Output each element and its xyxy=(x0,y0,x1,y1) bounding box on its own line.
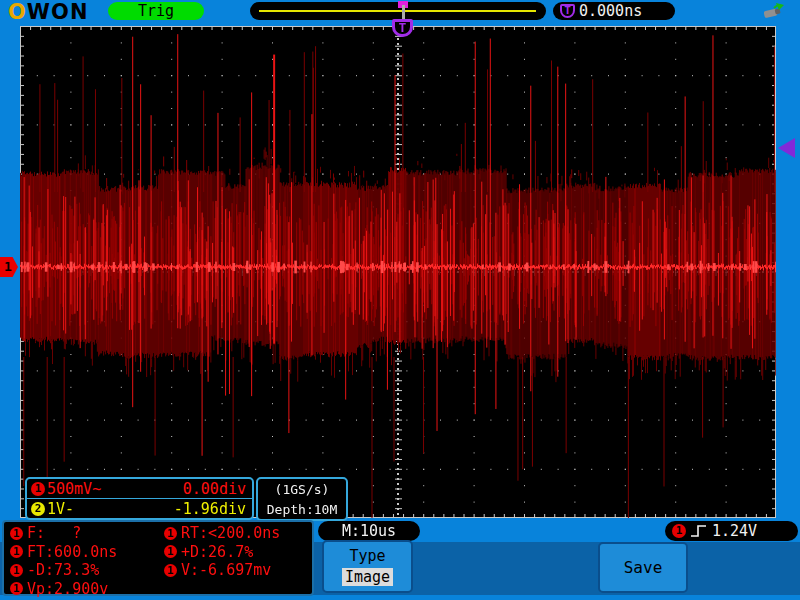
meas-ch-badge: 1 xyxy=(10,564,23,577)
meas-value: F: ? xyxy=(27,524,81,542)
measurement-pos-duty: 1+D:26.7% xyxy=(164,543,280,562)
meas-value: +D:26.7% xyxy=(181,543,253,561)
trigger-time-value: 0.000ns xyxy=(579,2,642,20)
trigger-channel-badge: 1 xyxy=(672,524,686,538)
acquisition-info-box: (1GS/s) Depth:10M xyxy=(256,477,348,521)
measurements-panel: 1F: ? 1FT:600.0ns 1-D:73.3% 1Vp:2.900v 1… xyxy=(2,520,314,596)
trigger-status-badge: Trig xyxy=(108,2,204,20)
meas-ch-badge: 1 xyxy=(10,527,23,540)
waveform-canvas xyxy=(20,26,776,518)
measurement-fall-time: 1FT:600.0ns xyxy=(10,543,117,562)
memory-window-line xyxy=(259,10,536,12)
type-menu-button[interactable]: Type Image xyxy=(322,540,413,593)
meas-ch-badge: 1 xyxy=(164,545,177,558)
channel2-scale: 1V- xyxy=(47,500,74,518)
usb-storage-icon xyxy=(762,2,788,19)
sample-rate: (1GS/s) xyxy=(275,482,330,497)
meas-value: Vp:2.900v xyxy=(27,580,108,598)
channel1-scale: 500mV~ xyxy=(47,480,101,498)
trigger-t-icon: T xyxy=(560,4,575,18)
channel1-status-box: 1500mV~ 0.00div xyxy=(25,477,254,499)
meas-ch-badge: 1 xyxy=(10,545,23,558)
measurement-rise-time: 1RT:<200.0ns xyxy=(164,524,280,543)
channel2-status-box: 21V- -1.96div xyxy=(25,498,254,520)
channel2-badge: 2 xyxy=(31,502,45,516)
meas-ch-badge: 1 xyxy=(164,527,177,540)
meas-ch-badge: 1 xyxy=(10,582,23,595)
type-value: Image xyxy=(342,568,393,586)
channel2-position: -1.96div xyxy=(174,500,246,518)
type-label: Type xyxy=(349,547,385,565)
meas-ch-badge: 1 xyxy=(164,564,177,577)
record-depth: Depth:10M xyxy=(267,502,337,517)
meas-value: -D:73.3% xyxy=(27,561,99,579)
measurement-frequency: 1F: ? xyxy=(10,524,117,543)
brand-logo: OWON xyxy=(8,0,88,24)
trigger-level-arrow-icon xyxy=(778,138,795,158)
channel1-badge: 1 xyxy=(31,482,45,496)
measurement-vpp: 1Vp:2.900v xyxy=(10,580,117,599)
measurement-mean-voltage: 1V:-6.697mv xyxy=(164,561,280,580)
meas-value: V:-6.697mv xyxy=(181,561,271,579)
channel1-position: 0.00div xyxy=(183,480,246,498)
rising-edge-icon xyxy=(690,524,708,538)
logo-o: O xyxy=(8,0,27,24)
oscilloscope-screen: OWON Trig T 0.000ns T 1 1500mV~ 0.00div … xyxy=(0,0,800,600)
waveform-display-area xyxy=(20,26,776,518)
memory-position-bar xyxy=(250,2,546,20)
trigger-level-value: 1.24V xyxy=(712,522,757,540)
trigger-level-display: 1 1.24V xyxy=(665,521,798,541)
channel1-position-marker: 1 xyxy=(0,257,18,277)
save-button[interactable]: Save xyxy=(598,542,688,593)
meas-value: FT:600.0ns xyxy=(27,543,117,561)
measurement-neg-duty: 1-D:73.3% xyxy=(10,561,117,580)
trigger-time-display: T 0.000ns xyxy=(553,2,675,20)
logo-rest: WON xyxy=(27,0,89,24)
timebase-display: M:10us xyxy=(318,521,420,541)
meas-value: RT:<200.0ns xyxy=(181,524,280,542)
